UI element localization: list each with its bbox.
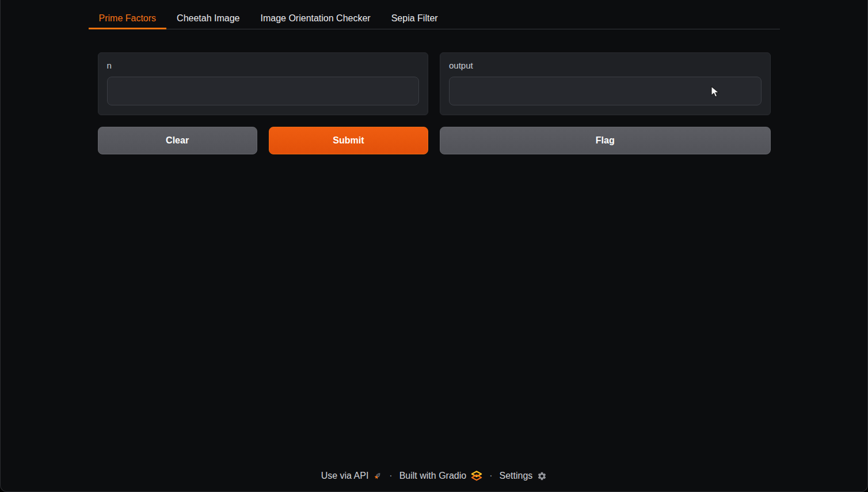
built-with-gradio-label: Built with Gradio bbox=[399, 471, 467, 481]
tab-image-orientation-checker[interactable]: Image Orientation Checker bbox=[250, 8, 380, 29]
footer: Use via API · Built with Gradio bbox=[1, 471, 867, 481]
use-via-api-link[interactable]: Use via API bbox=[321, 471, 383, 481]
rocket-icon bbox=[373, 471, 382, 480]
input-column: n Clear Submit bbox=[98, 52, 429, 154]
gradio-logo-icon bbox=[471, 471, 482, 481]
app-window: Prime Factors Cheetah Image Image Orient… bbox=[0, 0, 868, 492]
submit-button[interactable]: Submit bbox=[269, 127, 428, 154]
settings-label: Settings bbox=[500, 471, 533, 481]
built-with-gradio-link[interactable]: Built with Gradio bbox=[399, 471, 483, 481]
tab-cheetah-image[interactable]: Cheetah Image bbox=[166, 8, 250, 29]
settings-link[interactable]: Settings bbox=[500, 471, 547, 481]
output-textbox[interactable] bbox=[449, 77, 762, 105]
tab-panel-prime-factors: n Clear Submit output Flag bbox=[89, 29, 780, 154]
tab-bar: Prime Factors Cheetah Image Image Orient… bbox=[89, 8, 780, 29]
footer-separator: · bbox=[388, 471, 393, 481]
input-label: n bbox=[107, 60, 420, 70]
output-column: output Flag bbox=[440, 52, 771, 154]
input-panel: n bbox=[98, 52, 429, 115]
tab-sepia-filter[interactable]: Sepia Filter bbox=[381, 8, 448, 29]
tab-prime-factors[interactable]: Prime Factors bbox=[89, 8, 167, 29]
n-input[interactable] bbox=[107, 77, 420, 105]
gear-icon bbox=[537, 471, 547, 481]
output-panel: output bbox=[440, 52, 771, 115]
output-label: output bbox=[449, 60, 762, 70]
use-via-api-label: Use via API bbox=[321, 471, 369, 481]
clear-button[interactable]: Clear bbox=[98, 127, 257, 154]
footer-separator: · bbox=[488, 471, 493, 481]
flag-button[interactable]: Flag bbox=[440, 127, 771, 154]
